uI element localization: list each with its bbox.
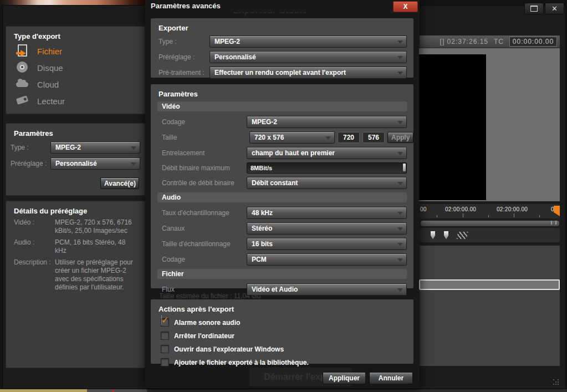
file-section-header: Fichier xyxy=(157,269,407,279)
channels-dropdown[interactable]: Stéréo xyxy=(247,222,407,235)
dialog-titlebar[interactable]: Paramètres avancés X xyxy=(145,0,420,12)
timeline-ruler[interactable]: 00 02:00:00.00 02:20:00.00 02: xyxy=(420,204,560,218)
chevron-down-icon xyxy=(131,146,136,152)
type-label: Type : xyxy=(11,144,50,151)
chevron-down-icon xyxy=(397,152,403,158)
sample-size-dropdown[interactable]: 16 bits xyxy=(247,238,407,250)
timecode-field[interactable]: 00:00:00.00 xyxy=(509,37,557,47)
dialog-title: Paramètres avancés xyxy=(151,2,221,10)
exporter-group-title: Exporter xyxy=(159,24,407,32)
restore-icon xyxy=(530,6,538,12)
background-timeline-clip xyxy=(0,389,87,392)
actions-group-title: Actions après l'export xyxy=(159,305,407,313)
close-icon: ✕ xyxy=(551,5,558,12)
chevron-down-icon xyxy=(397,182,403,188)
checkbox-row-open-explorer[interactable]: ✓ Ouvrir dans l'explorateur Windows xyxy=(161,345,407,353)
parameters-group: Paramètres Vidéo Codage MPEG-2 Taille 72… xyxy=(151,84,413,288)
video-frame xyxy=(419,54,486,200)
marker-out-icon[interactable] xyxy=(444,231,448,240)
resize-grip-icon[interactable] xyxy=(553,379,560,386)
advanced-button[interactable]: Avancé(e) xyxy=(100,177,139,189)
height-input[interactable] xyxy=(362,132,385,143)
preset-details-title: Détails du préréglage xyxy=(14,207,145,215)
screen: Exporteur Studio ✕ Type d'export Fichier… xyxy=(0,0,567,392)
chevron-down-icon xyxy=(397,56,403,62)
export-type-dropdown[interactable]: MPEG-2 xyxy=(50,141,140,154)
audio-codec-dropdown[interactable]: PCM xyxy=(247,253,407,266)
preset-details-panel: Détails du préréglage Vidéo : MPEG-2, 72… xyxy=(6,201,145,368)
chevron-down-icon xyxy=(397,288,403,294)
checkbox-row-add-library[interactable]: ✓ Ajouter le fichier exporté à la biblio… xyxy=(161,358,407,366)
export-info-panel xyxy=(420,246,560,366)
tc-label: TC xyxy=(494,38,504,45)
export-type-title: Type d'export xyxy=(14,32,145,40)
timecode-bar: [] 02:37:26.15 TC 00:00:00.00 xyxy=(420,35,560,48)
player-icon xyxy=(15,94,30,108)
filename-field[interactable] xyxy=(419,279,560,290)
scrollbar-grip-icon xyxy=(551,221,556,225)
parameters-group-title: Paramètres xyxy=(159,90,407,98)
checkbox[interactable]: ✓ xyxy=(161,345,169,353)
export-format-dropdown[interactable]: MPEG-2 xyxy=(210,35,407,48)
disc-icon xyxy=(15,61,30,74)
apply-button[interactable]: Appliquer xyxy=(323,372,366,384)
chevron-down-icon xyxy=(131,162,136,169)
background-video-thumbnail xyxy=(0,0,145,5)
chevron-down-icon xyxy=(397,212,403,218)
settings-title: Paramètres xyxy=(14,129,145,138)
chevron-down-icon xyxy=(325,136,331,142)
detail-row-video: Vidéo : MPEG-2, 720 x 576, 6716 kBit/s, … xyxy=(14,218,145,235)
slider-thumb[interactable] xyxy=(403,164,406,171)
check-icon: ✓ xyxy=(161,315,162,325)
stream-dropdown[interactable]: Vidéo et Audio xyxy=(247,283,407,296)
video-codec-dropdown[interactable]: MPEG-2 xyxy=(247,116,407,128)
duration-counter: [] 02:37:26.15 xyxy=(440,38,488,45)
audio-section-header: Audio xyxy=(157,192,407,202)
chevron-down-icon xyxy=(397,243,403,249)
timeline-scrollbar[interactable] xyxy=(420,220,560,227)
post-export-actions-group: Actions après l'export ✓ Alarme sonore a… xyxy=(151,299,413,364)
detail-row-audio: Audio : PCM, 16 bits Stéréo, 48 kHz xyxy=(14,238,145,255)
timeline-toolbar xyxy=(420,228,560,242)
detail-row-description: Description : Utiliser ce préréglage pou… xyxy=(14,258,145,292)
dialog-close-button[interactable]: X xyxy=(393,1,418,12)
sample-rate-dropdown[interactable]: 48 kHz xyxy=(247,207,407,219)
chevron-down-icon xyxy=(397,121,403,127)
background-timeline-track xyxy=(87,389,147,392)
scrollbar-thumb[interactable] xyxy=(420,220,560,227)
sidebar-item-fichier[interactable]: Fichier xyxy=(6,43,145,59)
checkbox[interactable]: ✓ xyxy=(161,358,169,366)
chevron-down-icon xyxy=(397,258,403,264)
checkbox-row-audio-alarm[interactable]: ✓ Alarme sonore audio xyxy=(161,318,407,327)
sidebar-item-disque[interactable]: Disque xyxy=(6,59,145,76)
size-dropdown[interactable]: 720 x 576 xyxy=(249,131,335,144)
checkbox[interactable]: ✓ xyxy=(161,318,169,327)
close-window-button[interactable]: ✕ xyxy=(545,3,564,14)
preset-label: Préréglage : xyxy=(11,160,50,167)
cancel-button[interactable]: Annuler xyxy=(369,372,413,384)
marker-in-icon[interactable] xyxy=(431,231,435,240)
checkbox-row-shutdown[interactable]: ✓ Arrêter l'ordinateur xyxy=(161,332,407,340)
file-export-icon xyxy=(15,44,30,58)
checkbox[interactable]: ✓ xyxy=(161,332,169,340)
sidebar-item-cloud[interactable]: Cloud xyxy=(6,76,145,93)
background-timeline-track xyxy=(147,389,567,392)
bitrate-control-dropdown[interactable]: Débit constant xyxy=(247,177,407,189)
sidebar-item-lecteur[interactable]: Lecteur xyxy=(6,93,145,109)
exporter-group: Exporter Type : MPEG-2 Préréglage : Pers… xyxy=(151,18,413,78)
background-timeline-marker xyxy=(112,389,114,392)
chevron-down-icon xyxy=(397,72,403,78)
restore-window-button[interactable] xyxy=(524,3,544,14)
interlacing-dropdown[interactable]: champ du haut en premier xyxy=(247,147,407,159)
width-input[interactable] xyxy=(338,132,360,143)
pretreatment-dropdown[interactable]: Effectuer un rendu complet avant l'expor… xyxy=(210,67,407,79)
max-bitrate-slider[interactable]: 8MBit/s xyxy=(247,162,407,174)
settings-panel: Paramètres Type : MPEG-2 Préréglage : Pe… xyxy=(6,123,145,196)
chevron-down-icon xyxy=(397,40,403,47)
markers-disabled-icon[interactable] xyxy=(457,232,468,239)
apply-size-button[interactable]: Apply xyxy=(387,132,413,143)
preset-dropdown[interactable]: Personnalisé xyxy=(50,157,140,170)
export-type-panel: Type d'export Fichier Disque Cloud Lecte… xyxy=(6,26,145,114)
dialog-preset-dropdown[interactable]: Personnalisé xyxy=(210,51,407,63)
playhead-marker[interactable] xyxy=(554,206,560,216)
